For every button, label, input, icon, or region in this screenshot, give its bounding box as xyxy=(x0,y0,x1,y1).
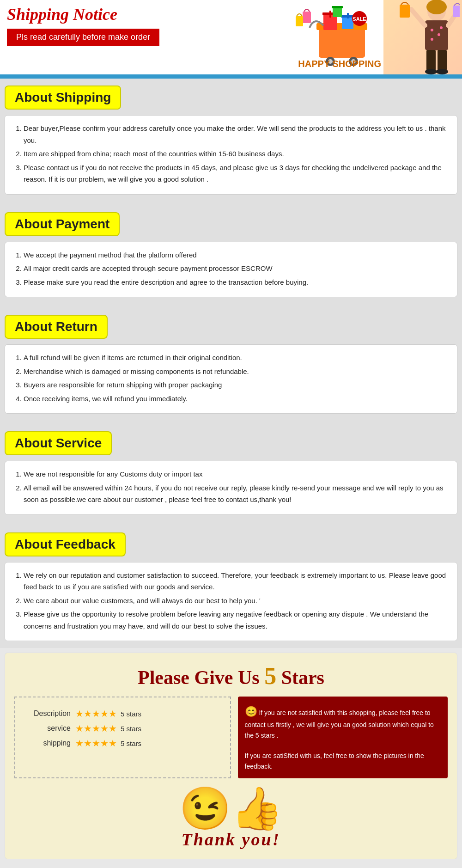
shipping-content: Dear buyer,Please confirm your address c… xyxy=(5,115,457,195)
svg-line-21 xyxy=(411,9,425,25)
list-item: We accept the payment method that the pl… xyxy=(24,249,448,261)
stars-content: Description ★★★★★ 5 stars service ★★★★★ … xyxy=(14,697,448,778)
svg-rect-7 xyxy=(347,13,349,18)
svg-rect-20 xyxy=(425,20,448,50)
svg-point-27 xyxy=(425,69,437,74)
divider xyxy=(0,522,462,526)
shipping-header: About Shipping xyxy=(5,86,121,110)
svg-point-29 xyxy=(431,29,433,31)
list-item: We care about our value customers, and w… xyxy=(24,595,448,607)
list-item: We rely on our reputation and customer s… xyxy=(24,569,448,593)
svg-point-28 xyxy=(436,69,448,74)
svg-rect-26 xyxy=(438,50,447,71)
header: Shipping Notice Pls read carefully befor… xyxy=(0,0,462,76)
header-subtitle: Pls read carefully before make order xyxy=(7,29,159,46)
list-item: We are not responsible for any Customs d… xyxy=(24,468,448,480)
list-item: Merchandise which is damaged or missing … xyxy=(24,366,448,378)
star-icons: ★★★★★ xyxy=(75,723,117,734)
list-item: Buyers are responsible for return shippi… xyxy=(24,379,448,391)
list-item: Please make sure you read the entire des… xyxy=(24,276,448,288)
svg-rect-24 xyxy=(453,6,460,17)
stars-row-description: Description ★★★★★ 5 stars xyxy=(24,708,221,719)
list-item: All email will be answered within 24 hou… xyxy=(24,482,448,506)
list-item: All major credit cards are accepted thro… xyxy=(24,263,448,275)
happy-shopping-text: HAPPY SHOPPING xyxy=(298,59,381,69)
payment-section: About Payment We accept the payment meth… xyxy=(0,205,462,305)
service-header: About Service xyxy=(5,431,112,455)
five-stars-title: Please Give Us 5 Stars xyxy=(14,662,448,690)
main-content: About Shipping Dear buyer,Please confirm… xyxy=(0,79,462,859)
payment-content: We accept the payment method that the pl… xyxy=(5,242,457,298)
divider xyxy=(0,202,462,205)
smiley-icon: 😊 xyxy=(245,706,257,717)
svg-rect-25 xyxy=(426,50,436,71)
five-stars-section: Please Give Us 5 Stars Description ★★★★★… xyxy=(5,653,457,859)
payment-header: About Payment xyxy=(5,212,120,236)
list-item: Once receiving items, we will refund you… xyxy=(24,393,448,405)
service-section: About Service We are not responsible for… xyxy=(0,424,462,522)
feedback-header: About Feedback xyxy=(5,532,126,556)
svg-rect-23 xyxy=(400,5,410,18)
stars-info-box: 😊 If you are not satisfied with this sho… xyxy=(238,697,448,778)
divider xyxy=(0,421,462,424)
return-header: About Return xyxy=(5,315,108,339)
list-item: Please contact us if you do not receive … xyxy=(24,162,448,185)
star-icons: ★★★★★ xyxy=(75,708,117,719)
list-item: A full refund will be given if items are… xyxy=(24,352,448,364)
svg-rect-4 xyxy=(329,11,331,18)
svg-rect-8 xyxy=(333,7,342,17)
stars-table: Description ★★★★★ 5 stars service ★★★★★ … xyxy=(14,697,231,778)
stars-row-service: service ★★★★★ 5 stars xyxy=(24,723,221,734)
feedback-content: We rely on our reputation and customer s… xyxy=(5,562,457,642)
stars-row-shipping: shipping ★★★★★ 5 stars xyxy=(24,738,221,749)
svg-text:SALE: SALE xyxy=(353,16,366,22)
list-item: Please give us the opportunity to resolv… xyxy=(24,608,448,632)
thank-you-text: Thank you! xyxy=(14,829,448,850)
svg-point-19 xyxy=(426,0,447,14)
return-section: About Return A full refund will be given… xyxy=(0,308,462,421)
list-item: Item are shipped from china; reach most … xyxy=(24,148,448,160)
divider xyxy=(0,304,462,308)
thank-you-area: 😉👍 Thank you! xyxy=(14,788,448,850)
feedback-section: About Feedback We rely on our reputation… xyxy=(0,526,462,648)
svg-point-32 xyxy=(440,26,443,29)
header-right: SALE HAPPY SHOPPING xyxy=(291,0,462,76)
woman-figure xyxy=(383,0,462,76)
svg-rect-16 xyxy=(303,12,311,23)
shipping-section: About Shipping Dear buyer,Please confirm… xyxy=(0,79,462,202)
list-item: Dear buyer,Please confirm your address c… xyxy=(24,122,448,146)
svg-rect-17 xyxy=(296,16,303,26)
svg-rect-9 xyxy=(332,6,343,8)
star-icons: ★★★★★ xyxy=(75,738,117,749)
svg-point-31 xyxy=(431,38,433,41)
svg-rect-0 xyxy=(319,25,365,58)
service-content: We are not responsible for any Customs d… xyxy=(5,461,457,515)
svg-point-30 xyxy=(438,33,440,36)
return-content: A full refund will be given if items are… xyxy=(5,344,457,414)
thumbs-up-icon: 😉👍 xyxy=(14,788,448,829)
